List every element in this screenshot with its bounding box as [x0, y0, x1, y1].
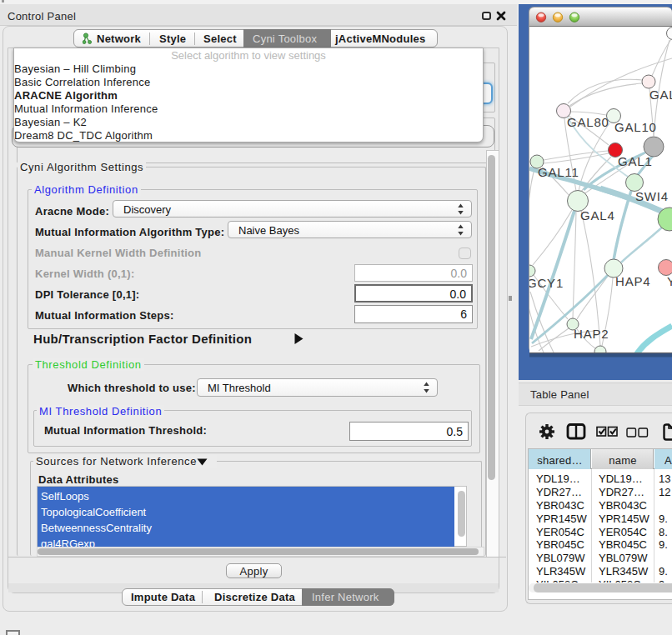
svg-text:SWI4: SWI4	[635, 189, 669, 203]
svg-text:GAL4: GAL4	[580, 208, 615, 222]
svg-text:GAL11: GAL11	[538, 165, 579, 179]
svg-text:GAL10: GAL10	[614, 120, 657, 134]
svg-text:GAL2: GAL2	[649, 88, 672, 102]
svg-text:GAL1: GAL1	[618, 154, 653, 168]
svg-text:HAP2: HAP2	[574, 327, 609, 341]
svg-text:GCY1: GCY1	[527, 276, 564, 290]
svg-text:YJ: YJ	[667, 274, 672, 288]
svg-text:GAL80: GAL80	[567, 115, 609, 129]
svg-text:HAP4: HAP4	[615, 274, 650, 288]
